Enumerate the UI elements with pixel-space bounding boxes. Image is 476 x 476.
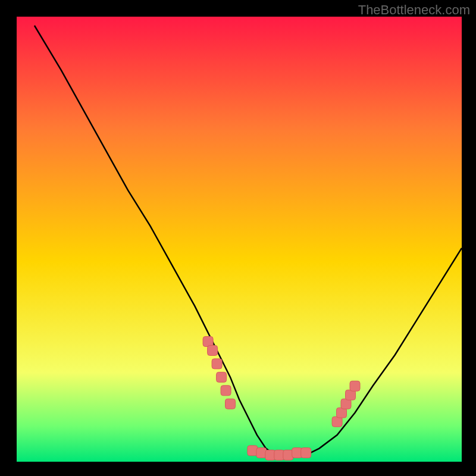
data-marker — [217, 372, 227, 382]
watermark-text: TheBottleneck.com — [358, 2, 470, 18]
plot-area — [17, 17, 462, 462]
svg-rect-0 — [17, 17, 462, 462]
data-marker — [212, 359, 222, 369]
data-marker — [301, 448, 311, 458]
data-marker — [332, 416, 342, 427]
bottleneck-chart — [17, 17, 462, 462]
data-marker — [292, 448, 302, 458]
data-marker — [208, 346, 218, 356]
data-marker — [248, 446, 258, 456]
data-marker — [203, 337, 213, 347]
chart-container: TheBottleneck.com — [0, 0, 476, 476]
data-marker — [274, 450, 284, 460]
data-marker — [346, 390, 356, 400]
data-marker — [226, 399, 236, 409]
data-marker — [221, 386, 231, 396]
data-marker — [350, 381, 360, 391]
data-marker — [341, 399, 351, 409]
data-marker — [256, 448, 267, 458]
